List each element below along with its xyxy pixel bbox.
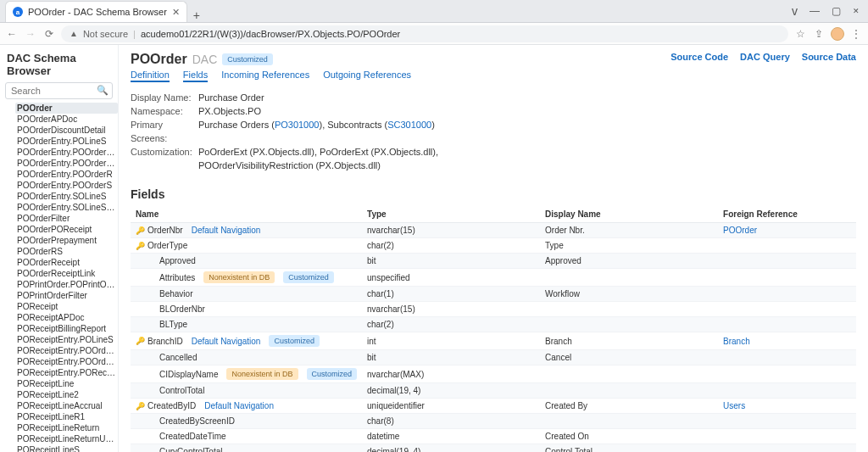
browser-tab[interactable]: a POOrder - DAC Schema Browser ✕ xyxy=(5,1,187,22)
default-navigation-link[interactable]: Default Navigation xyxy=(204,401,274,410)
table-row[interactable]: CreatedByScreenIDchar(8) xyxy=(131,414,856,429)
field-type: bit xyxy=(362,254,540,269)
table-row[interactable]: ControlTotaldecimal(19, 4) xyxy=(131,383,856,399)
sidebar-item[interactable]: POOrder xyxy=(15,103,118,114)
chevron-down-icon[interactable]: v xyxy=(792,4,798,18)
back-icon[interactable]: ← xyxy=(5,28,19,40)
meta-key: Primary Screens: xyxy=(131,118,198,145)
sidebar-item[interactable]: POOrderEntry.POOrderS xyxy=(15,180,118,191)
sidebar-item[interactable]: POReceiptEntry.POOrderS xyxy=(15,356,118,367)
profile-avatar[interactable] xyxy=(831,27,844,41)
minimize-icon[interactable]: — xyxy=(810,5,820,17)
star-icon[interactable]: ☆ xyxy=(793,28,807,40)
table-row[interactable]: 🔑OrderNbrDefault Navigationnvarchar(15)O… xyxy=(131,223,856,238)
meta-value: POOrderVisibilityRestriction (PX.Objects… xyxy=(198,159,381,172)
sidebar-item[interactable]: POOrderEntry.POOrderFilter xyxy=(15,158,118,169)
tab-incoming-references[interactable]: Incoming References xyxy=(221,70,309,82)
sidebar-item[interactable]: POOrderReceiptLink xyxy=(15,268,118,279)
sidebar-item[interactable]: POOrderEntry.SOLineS xyxy=(15,191,118,202)
table-row[interactable]: 🔑CreatedByIDDefault Navigationuniqueiden… xyxy=(131,399,856,414)
menu-dots-icon[interactable]: ⋮ xyxy=(849,28,863,40)
sidebar-item[interactable]: POReceiptEntry.POOrderFilter xyxy=(15,345,118,356)
sidebar-item[interactable]: POReceiptLine xyxy=(15,378,118,389)
forward-icon[interactable]: → xyxy=(24,28,37,40)
reload-icon[interactable]: ⟳ xyxy=(42,28,56,40)
action-source-code[interactable]: Source Code xyxy=(670,52,728,62)
screen-link[interactable]: SC301000 xyxy=(387,120,431,130)
field-type: char(8) xyxy=(362,414,540,429)
search-wrap: 🔍 xyxy=(5,82,113,99)
table-row[interactable]: CreatedDateTimedatetimeCreated On xyxy=(131,429,856,444)
sidebar-item[interactable]: POOrderDiscountDetail xyxy=(15,125,118,136)
table-row[interactable]: BLOrderNbrnvarchar(15) xyxy=(131,302,856,317)
table-row[interactable]: CancelledbitCancel xyxy=(131,350,856,366)
sidebar-item[interactable]: POOrderEntry.POOrderCache xyxy=(15,147,118,158)
url-text: acudemo01/22R1/(W(3))/dacBrowser/PX.Obje… xyxy=(141,29,400,39)
screen-link[interactable]: PO301000 xyxy=(275,120,320,130)
col-display[interactable]: Display Name xyxy=(540,206,718,223)
meta-value: Purchase Orders (PO301000), Subcontracts… xyxy=(198,118,435,145)
sidebar-item[interactable]: POReceiptEntry.POReceiptLineS xyxy=(15,367,118,378)
sidebar-item[interactable]: POPrintOrder.POPrintOrderOwned xyxy=(15,279,118,290)
table-row[interactable]: BLTypechar(2) xyxy=(131,317,856,332)
sidebar-item[interactable]: POOrderEntry.SOLineSplit3 xyxy=(15,202,118,213)
foreign-ref-link[interactable]: Branch xyxy=(723,337,750,346)
customized-badge: Customized xyxy=(283,271,334,283)
dac-tree[interactable]: POOrderPOOrderAPDocPOOrderDiscountDetail… xyxy=(5,103,118,452)
sidebar-item[interactable]: POOrderPOReceipt xyxy=(15,224,118,235)
maximize-icon[interactable]: ▢ xyxy=(832,5,841,17)
col-foreign[interactable]: Foreign Reference xyxy=(718,206,856,223)
table-row[interactable]: Behaviorchar(1)Workflow xyxy=(131,287,856,302)
tab-fields[interactable]: Fields xyxy=(183,70,208,82)
sidebar-item[interactable]: POOrderFilter xyxy=(15,213,118,224)
tab-definition[interactable]: Definition xyxy=(131,70,170,82)
table-row[interactable]: 🔑OrderTypechar(2)Type xyxy=(131,238,856,254)
search-icon[interactable]: 🔍 xyxy=(97,85,108,96)
sidebar-item[interactable]: POReceiptBillingReport xyxy=(15,323,118,334)
sidebar-item[interactable]: POOrderEntry.POOrderR xyxy=(15,169,118,180)
foreign-ref-link[interactable]: POOrder xyxy=(723,226,757,235)
action-source-data[interactable]: Source Data xyxy=(802,52,856,62)
foreign-ref-link[interactable]: Users xyxy=(723,401,745,410)
table-row[interactable]: CuryControlTotaldecimal(19, 4)Control To… xyxy=(131,444,856,453)
security-label: Not secure xyxy=(83,29,128,39)
field-display: Created On xyxy=(540,429,718,444)
sidebar-item[interactable]: POReceiptLine2 xyxy=(15,389,118,400)
tab-bar: DefinitionFieldsIncoming ReferencesOutgo… xyxy=(131,70,411,82)
sidebar-item[interactable]: POPrintOrderFilter xyxy=(15,290,118,301)
default-navigation-link[interactable]: Default Navigation xyxy=(192,337,261,346)
sidebar-item[interactable]: POReceiptEntry.POLineS xyxy=(15,334,118,345)
sidebar-item[interactable]: POReceiptLineReturnUpdate xyxy=(15,433,118,444)
extension-icon[interactable]: ⇪ xyxy=(812,28,826,40)
sidebar-item[interactable]: POOrderReceipt xyxy=(15,257,118,268)
main-panel[interactable]: POOrder DAC Customized DefinitionFieldsI… xyxy=(119,45,868,452)
sidebar-item[interactable]: POReceiptLineS xyxy=(15,444,118,452)
col-name[interactable]: Name xyxy=(131,206,362,223)
table-row[interactable]: AttributesNonexistent in DBCustomizeduns… xyxy=(131,269,856,287)
default-navigation-link[interactable]: Default Navigation xyxy=(192,226,261,235)
sidebar-item[interactable]: POOrderEntry.POLineS xyxy=(15,136,118,147)
field-name: CIDisplayName xyxy=(159,370,218,379)
field-foreign: Users xyxy=(718,399,856,414)
action-dac-query[interactable]: DAC Query xyxy=(740,52,790,62)
sidebar-item[interactable]: POOrderAPDoc xyxy=(15,114,118,125)
sidebar-item[interactable]: POReceipt xyxy=(15,301,118,312)
col-type[interactable]: Type xyxy=(362,206,540,223)
meta-key: Namespace: xyxy=(131,104,198,118)
close-tab-icon[interactable]: ✕ xyxy=(172,7,180,18)
tab-outgoing-references[interactable]: Outgoing References xyxy=(323,70,411,82)
new-tab-button[interactable]: + xyxy=(187,8,206,22)
sidebar-item[interactable]: POReceiptLineR1 xyxy=(15,411,118,422)
table-row[interactable]: ApprovedbitApproved xyxy=(131,254,856,269)
sidebar-item[interactable]: POOrderRS xyxy=(15,246,118,257)
sidebar-item[interactable]: POReceiptAPDoc xyxy=(15,312,118,323)
field-name: Approved xyxy=(159,256,196,265)
sidebar-item[interactable]: POOrderPrepayment xyxy=(15,235,118,246)
table-row[interactable]: CIDisplayNameNonexistent in DBCustomized… xyxy=(131,366,856,383)
field-name: ControlTotal xyxy=(159,386,204,395)
sidebar-item[interactable]: POReceiptLineReturn xyxy=(15,422,118,433)
sidebar-item[interactable]: POReceiptLineAccrual xyxy=(15,400,118,411)
table-row[interactable]: 🔑BranchIDDefault NavigationCustomizedint… xyxy=(131,332,856,350)
url-input[interactable]: ▲ Not secure | acudemo01/22R1/(W(3))/dac… xyxy=(61,25,788,42)
close-window-icon[interactable]: ✕ xyxy=(853,7,860,15)
